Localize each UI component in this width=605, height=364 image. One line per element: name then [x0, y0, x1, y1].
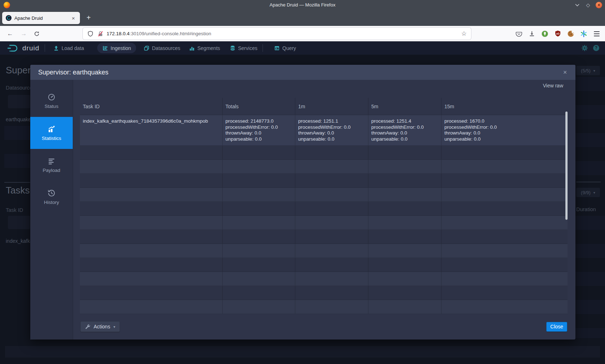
empty-cell [442, 188, 568, 201]
window-maximize-icon[interactable]: ◇ [585, 2, 591, 8]
downloads-icon[interactable] [528, 30, 536, 38]
help-icon[interactable]: ? [593, 45, 599, 51]
insecure-lock-icon[interactable] [97, 31, 104, 37]
history-clock-icon [48, 189, 55, 197]
druid-logo: druid [7, 41, 39, 55]
empty-cell [223, 188, 295, 201]
empty-cell [295, 300, 368, 314]
forward-button[interactable]: → [19, 29, 29, 39]
ublock-origin-icon[interactable]: uO [554, 30, 562, 38]
cookie-extension-icon[interactable] [567, 30, 575, 38]
empty-cell [295, 244, 368, 258]
datasources-icon [144, 45, 149, 51]
window-minimize-icon[interactable] [574, 2, 581, 8]
tab-close-icon[interactable]: × [70, 15, 76, 21]
empty-cell [80, 244, 223, 258]
empty-cell [295, 216, 368, 229]
window-close-icon[interactable]: × [596, 2, 602, 8]
cell-1m: processed: 1251.1 processedWithError: 0.… [295, 115, 368, 145]
nav-datasources[interactable]: Datasources [144, 41, 180, 55]
nav-segments[interactable]: Segments [189, 41, 220, 55]
stat-line: unparseable: 0.0 [298, 136, 365, 142]
settings-gear-icon[interactable] [581, 45, 588, 51]
actions-button[interactable]: Actions ▾ [80, 321, 120, 332]
tab-statistics[interactable]: Statistics [30, 117, 73, 149]
empty-cell [223, 300, 295, 314]
supervisors-count: (5/5) [581, 68, 591, 73]
nav-services[interactable]: Services [230, 41, 257, 55]
cell-15m: processed: 1670.0 processedWithError: 0.… [442, 115, 568, 145]
nav-ingestion[interactable]: Ingestion [97, 43, 136, 53]
modal-close-icon[interactable]: × [560, 65, 570, 80]
datasource-column-header: Datasource [6, 85, 30, 91]
supervisor-row[interactable]: earthquakes [6, 117, 30, 122]
stat-line: processedWithError: 0.0 [371, 124, 438, 131]
browser-tab[interactable]: Apache Druid × [2, 12, 80, 24]
tab-history[interactable]: History [30, 181, 73, 213]
nav-query[interactable]: Query [274, 41, 296, 55]
task-filter-input[interactable] [8, 216, 30, 229]
multiaccount-asterisk-icon[interactable] [580, 30, 588, 38]
close-button[interactable]: Close [546, 322, 567, 332]
browser-tabstrip: Apache Druid × + [0, 10, 605, 26]
table-row-empty [80, 272, 568, 286]
new-tab-button[interactable]: + [84, 13, 94, 23]
task-row[interactable]: index_kafka [6, 238, 30, 244]
stat-line: unparseable: 0.0 [371, 136, 438, 142]
empty-cell [368, 202, 442, 215]
load-data-icon [53, 45, 59, 51]
table-row-empty [80, 230, 568, 244]
caret-down-icon: ▾ [113, 325, 115, 329]
empty-cell [368, 300, 442, 314]
empty-cell [80, 258, 223, 272]
tab-status[interactable]: Status [30, 85, 73, 117]
column-header-5m: 5m [368, 98, 442, 115]
empty-cell [368, 174, 442, 187]
reload-button[interactable] [32, 29, 42, 39]
table-row-empty [80, 258, 568, 272]
column-header-task-id: Task ID [80, 98, 223, 115]
empty-cell [442, 146, 568, 159]
empty-cell [442, 300, 568, 314]
empty-cell [442, 258, 568, 272]
chart-trend-icon [48, 125, 55, 133]
section-divider [576, 182, 601, 182]
actions-label: Actions [94, 324, 110, 329]
supervisor-modal: Supervisor: earthquakes × Status Statist… [30, 65, 575, 340]
empty-cell [442, 160, 568, 173]
table-row-empty [80, 160, 568, 174]
tracking-shield-icon[interactable] [87, 31, 94, 37]
empty-cell [368, 244, 442, 258]
url-path: :30109/unified-console.html#ingestion [130, 31, 211, 36]
empty-cell [368, 272, 442, 286]
empty-cell [80, 300, 223, 314]
nav-label: Ingestion [111, 45, 131, 51]
druid-header: druid Load data Ingestion Datasources Se… [0, 41, 605, 55]
table-row-empty [80, 286, 568, 300]
task-id-column-header: Task ID [6, 207, 30, 213]
supervisors-heading: Supervisors [6, 65, 30, 76]
query-icon [274, 45, 280, 51]
table-row-empty [80, 146, 568, 160]
bookmark-star-icon[interactable]: ☆ [461, 30, 467, 37]
browser-toolbar: ← → 172.18.0.4:30109/unified-console.htm… [0, 26, 605, 41]
stat-line: thrownAway: 0.0 [225, 130, 292, 136]
table-scrollbar-thumb[interactable] [565, 112, 568, 220]
back-button[interactable]: ← [5, 29, 15, 39]
stat-line: processed: 1670.0 [444, 118, 565, 124]
url-text[interactable]: 172.18.0.4:30109/unified-console.html#in… [107, 31, 461, 36]
extension-green-icon[interactable] [541, 30, 549, 38]
tasks-count-dropdown[interactable]: (9/9) ▾ [576, 188, 600, 197]
tab-payload[interactable]: Payload [30, 149, 73, 181]
datasource-filter-input[interactable] [8, 95, 30, 108]
empty-cell [442, 286, 568, 300]
empty-rows [80, 146, 568, 314]
url-bar[interactable]: 172.18.0.4:30109/unified-console.html#in… [83, 28, 471, 40]
nav-label: Services [238, 45, 257, 51]
menu-hamburger-icon[interactable] [593, 30, 601, 38]
nav-load-data[interactable]: Load data [53, 41, 84, 55]
supervisors-count-dropdown[interactable]: (5/5) ▾ [576, 66, 600, 75]
pocket-icon[interactable] [515, 30, 523, 38]
empty-cell [442, 216, 568, 229]
view-raw-link[interactable]: View raw [543, 83, 563, 88]
